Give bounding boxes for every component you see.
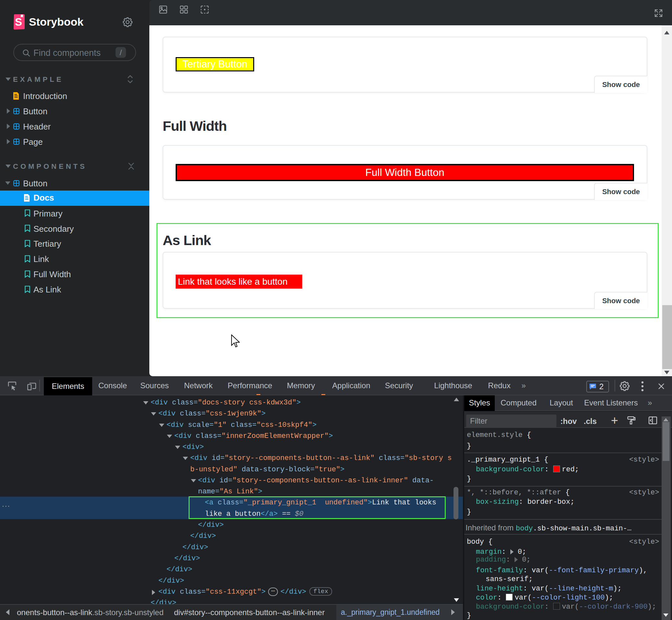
svg-text:S: S xyxy=(15,16,22,28)
